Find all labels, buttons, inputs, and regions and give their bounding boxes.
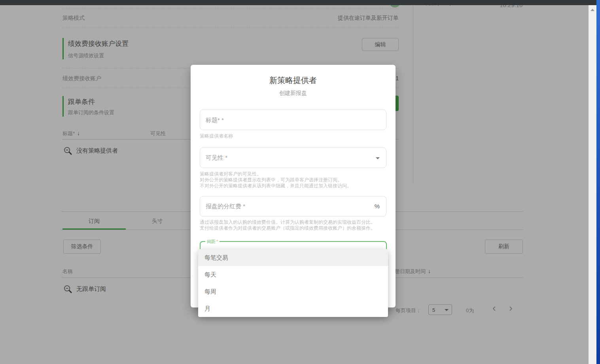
- visibility-helper-line: 不对外公开的策略提供者从该列表中隐藏，并且只能通过加入链接访问。: [200, 183, 379, 189]
- fee-label: 报盘的分红费 *: [206, 203, 245, 210]
- title-input[interactable]: [200, 110, 386, 130]
- visibility-label: 可见性 *: [206, 154, 227, 162]
- chevron-down-icon: [376, 157, 380, 159]
- dropdown-option-monthly[interactable]: 月: [198, 300, 388, 317]
- dropdown-option-daily[interactable]: 每天: [198, 266, 388, 283]
- title-field: [200, 109, 386, 130]
- required-asterisk: *: [216, 239, 218, 244]
- dialog-subtitle: 创建新报盘: [191, 90, 396, 97]
- visibility-helper-line: 对外公开的策略提供者显示在列表中，可为跟单客户选择注册订阅。: [200, 177, 379, 183]
- dropdown-option-weekly[interactable]: 每周: [198, 283, 388, 300]
- screen: 已更新 (UTC) 10:29:16 策略模式 提供在途订单及新开订单 绩效费接…: [0, 0, 600, 364]
- visibility-helper-line: 策略提供者对客户的可见性。: [200, 171, 379, 177]
- vertical-scrollbar[interactable]: [589, 5, 596, 364]
- top-bar: [0, 0, 596, 5]
- visibility-select[interactable]: 可见性 *: [200, 147, 386, 168]
- dialog-title: 新策略提供者: [191, 75, 396, 86]
- scroll-up-arrow-icon[interactable]: [591, 9, 594, 11]
- title-helper: 策略提供者名称: [200, 133, 379, 139]
- interval-label: 间距*: [205, 239, 220, 245]
- interval-label-text: 间距: [207, 239, 216, 244]
- interval-dropdown-menu: 每笔交易 每天 每周 月: [198, 249, 388, 317]
- dropdown-option-per-deal[interactable]: 每笔交易: [198, 249, 388, 266]
- fee-field[interactable]: 报盘的分红费 * %: [200, 196, 386, 217]
- desktop-edge: [596, 0, 600, 364]
- visibility-helper: 策略提供者对客户的可见性。 对外公开的策略提供者显示在列表中，可为跟单客户选择注…: [200, 171, 379, 189]
- fee-helper: 通过该报盘加入的认购的绩效费价值。计算为认购者复制的交易的实现收益百分比。支付给…: [200, 219, 379, 231]
- percent-suffix: %: [375, 203, 380, 209]
